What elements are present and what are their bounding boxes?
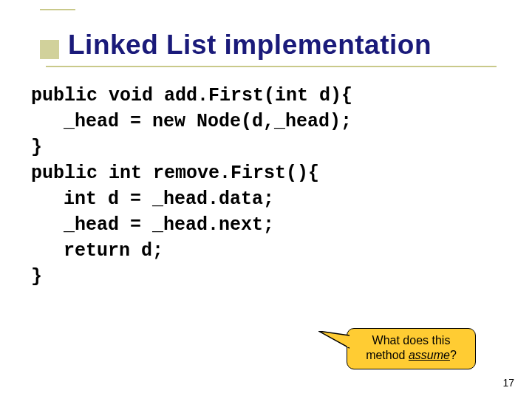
code-line-1-method: add.First — [164, 85, 264, 106]
title-decor-square — [40, 40, 59, 59]
code-block: public void add.First(int d){ _head = ne… — [31, 83, 495, 290]
svg-marker-0 — [318, 331, 349, 348]
code-line-4-method: remove.First — [153, 163, 286, 184]
title-block: Linked List implementation — [37, 30, 495, 61]
page-number: 17 — [502, 377, 514, 389]
title-decor-line — [40, 9, 75, 10]
code-line-8: } — [31, 266, 42, 287]
code-line-7: return d; — [64, 240, 163, 262]
code-line-1-kw: public void — [31, 85, 164, 106]
code-line-1-rest: (int d){ — [264, 85, 352, 106]
callout: What does this method assume? — [347, 328, 476, 369]
code-line-2: _head = new Node(d,_head); — [64, 111, 352, 132]
title-underline — [46, 66, 497, 67]
svg-rect-1 — [347, 336, 349, 347]
code-line-6: _head = _head.next; — [64, 214, 274, 236]
code-line-3: } — [31, 137, 42, 158]
callout-line1: What does this — [372, 334, 451, 347]
callout-line2c: ? — [450, 349, 457, 361]
code-line-4-kw: public int — [31, 163, 153, 184]
callout-tail-icon — [318, 331, 349, 350]
callout-line2a: method — [366, 349, 409, 361]
code-line-4-rest: (){ — [286, 163, 319, 184]
slide: Linked List implementation public void a… — [0, 0, 532, 399]
code-line-5: int d = _head.data; — [64, 188, 274, 210]
callout-assume: assume — [409, 349, 450, 361]
callout-box: What does this method assume? — [347, 328, 476, 369]
page-title: Linked List implementation — [37, 30, 495, 61]
